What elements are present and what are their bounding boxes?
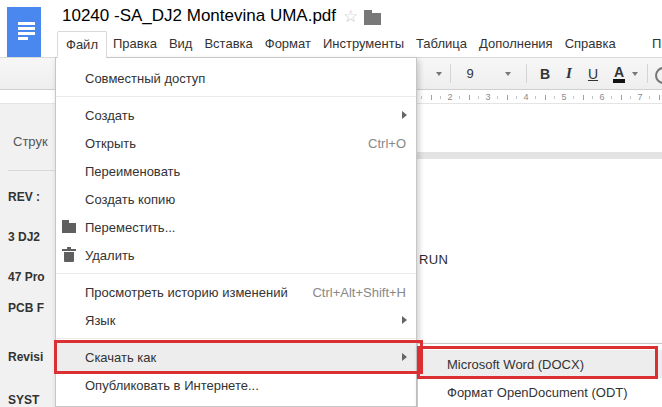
menu-item-share[interactable]: Совместный доступ xyxy=(56,64,416,92)
menu-addons[interactable]: Дополнения xyxy=(473,31,559,57)
menu-insert[interactable]: Вставка xyxy=(198,31,258,57)
menu-bar: Файл Правка Вид Вставка Формат Инструмен… xyxy=(57,31,622,57)
menu-item-publish[interactable]: Опубликовать в Интернете... xyxy=(56,371,416,399)
font-family-dropdown-arrow[interactable] xyxy=(433,58,445,89)
move-to-folder-icon[interactable] xyxy=(364,13,381,25)
outline-header: Струк xyxy=(13,134,48,149)
bold-button[interactable]: B xyxy=(536,58,554,89)
download-as-submenu: Microsoft Word (DOCX) Формат OpenDocumen… xyxy=(417,343,662,407)
docs-logo-icon[interactable] xyxy=(7,7,41,57)
submenu-item-docx[interactable]: Microsoft Word (DOCX) xyxy=(418,350,662,378)
menu-table[interactable]: Таблица xyxy=(410,31,473,57)
document-text: RUN xyxy=(419,252,448,267)
menu-item-delete[interactable]: Удалить xyxy=(56,241,416,269)
ruler-mark: 4 xyxy=(520,92,532,102)
font-size-dropdown-arrow[interactable] xyxy=(502,58,514,89)
menu-format[interactable]: Формат xyxy=(259,31,317,57)
submenu-arrow-icon xyxy=(402,111,407,119)
italic-button[interactable]: I xyxy=(560,58,578,89)
document-title[interactable]: 10240 -SA_DJ2 Montevina UMA.pdf xyxy=(62,6,336,26)
menu-partial[interactable]: П xyxy=(652,31,661,57)
trash-icon xyxy=(61,248,77,262)
menu-file[interactable]: Файл xyxy=(57,31,107,58)
link-icon[interactable] xyxy=(655,67,662,84)
menu-item-make-copy[interactable]: Создать копию xyxy=(56,185,416,213)
menu-separator xyxy=(56,96,416,97)
underline-button[interactable]: U xyxy=(584,58,602,89)
outline-item[interactable]: 3 DJ2 xyxy=(8,230,40,244)
menu-item-new[interactable]: Создать xyxy=(56,101,416,129)
menu-item-language[interactable]: Язык xyxy=(56,306,416,334)
outline-item[interactable]: 47 Pro xyxy=(8,270,45,284)
file-menu-dropdown: Совместный доступ Создать Открыть Ctrl+O… xyxy=(55,57,417,407)
menu-help[interactable]: Справка xyxy=(559,31,622,57)
outline-pane: Струк REV : 3 DJ2 47 Pro PCB F Revisi SY… xyxy=(0,104,57,407)
text-color-button[interactable]: A xyxy=(610,58,628,89)
outline-separator xyxy=(8,170,57,171)
ruler-mark: 5 xyxy=(558,92,570,102)
google-docs-window: 10240 -SA_DJ2 Montevina UMA.pdf ☆ Файл П… xyxy=(0,0,662,407)
outline-item[interactable]: REV : xyxy=(8,190,40,204)
folder-icon xyxy=(61,220,77,234)
menu-item-rename[interactable]: Переименовать xyxy=(56,157,416,185)
menu-item-revision-history[interactable]: Просмотреть историю изменений Ctrl+Alt+S… xyxy=(56,278,416,306)
menu-tools[interactable]: Инструменты xyxy=(317,31,410,57)
ruler-mark: 2 xyxy=(444,92,456,102)
menu-item-move[interactable]: Переместить... xyxy=(56,213,416,241)
submenu-item-odt[interactable]: Формат OpenDocument (ODT) xyxy=(418,378,662,406)
shortcut-label: Ctrl+Alt+Shift+H xyxy=(312,285,406,300)
shortcut-label: Ctrl+O xyxy=(368,136,406,151)
menu-item-open[interactable]: Открыть Ctrl+O xyxy=(56,129,416,157)
ruler-mark: 7 xyxy=(634,92,646,102)
outline-item[interactable]: PCB F xyxy=(8,301,44,315)
menu-separator xyxy=(56,273,416,274)
top-bar: 10240 -SA_DJ2 Montevina UMA.pdf ☆ Файл П… xyxy=(0,0,662,57)
menu-view[interactable]: Вид xyxy=(163,31,199,57)
outline-item[interactable]: Revisi xyxy=(8,350,43,364)
menu-edit[interactable]: Правка xyxy=(107,31,163,57)
submenu-arrow-icon xyxy=(402,316,407,324)
ruler-mark: 6 xyxy=(596,92,608,102)
menu-separator xyxy=(56,338,416,339)
submenu-arrow-icon xyxy=(402,353,407,361)
ruler-mark: 3 xyxy=(482,92,494,102)
menu-item-download-as[interactable]: Скачать как xyxy=(56,343,416,371)
font-size-value[interactable]: 9 xyxy=(458,58,482,89)
star-icon[interactable]: ☆ xyxy=(343,6,358,27)
outline-item[interactable]: SYST xyxy=(8,393,39,407)
text-color-dropdown-arrow[interactable] xyxy=(630,58,640,89)
